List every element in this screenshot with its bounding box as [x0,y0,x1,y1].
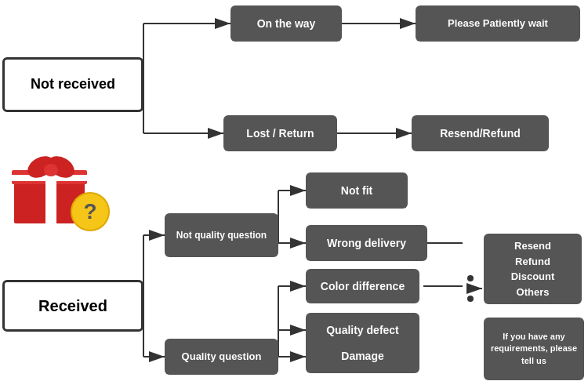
please-wait-box: Please Patiently wait [416,5,580,42]
wrong-delivery-box: Wrong delivery [306,225,427,261]
svg-point-22 [467,275,474,281]
svg-point-24 [467,296,474,302]
received-box: Received [2,280,143,332]
resend-refund-options-box: Resend Refund Discount Others [484,234,582,304]
quality-question-box: Quality question [165,339,278,375]
resend-refund-options-text: Resend Refund Discount Others [511,238,555,299]
color-difference-box: Color difference [306,269,419,303]
not-received-box: Not received [2,57,143,112]
requirements-box: If you have any requirements, please tel… [484,318,584,380]
resend-refund-top-box: Resend/Refund [412,115,549,151]
not-fit-box: Not fit [306,172,408,209]
damage-box: Damage [306,339,419,373]
lost-return-box: Lost / Return [223,115,337,151]
on-the-way-box: On the way [230,5,342,42]
not-quality-question-box: Not quality question [165,213,278,257]
svg-point-32 [44,164,58,176]
question-icon: ? [71,192,110,231]
svg-point-23 [467,285,474,292]
gift-icon-area: ? [8,145,110,231]
flowchart-diagram: Not received On the way Please Patiently… [0,0,588,392]
svg-rect-28 [45,180,56,223]
